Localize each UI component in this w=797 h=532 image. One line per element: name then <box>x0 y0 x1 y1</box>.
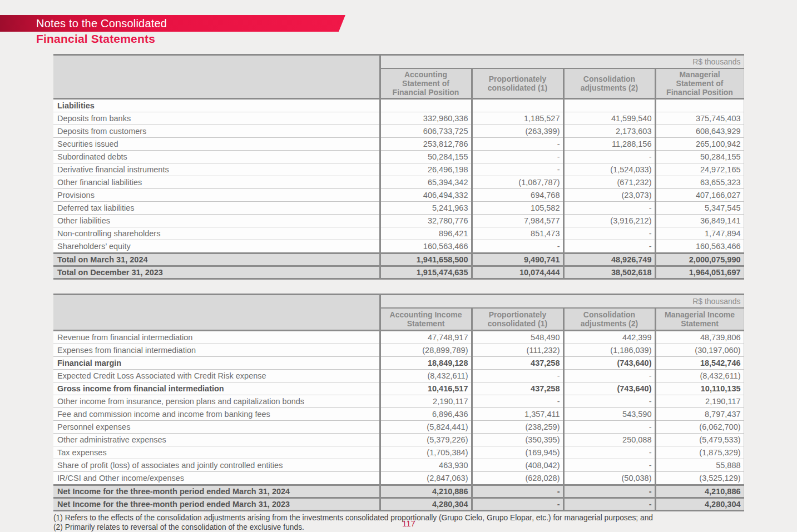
row-label: Deferred tax liabilities <box>53 202 380 215</box>
table-row: Tax expenses(1,705,384)(169,945)-(1,875,… <box>53 446 744 459</box>
financial-position-table: R$ thousandsAccounting Statement of Fina… <box>53 54 744 280</box>
cell-value: - <box>472 370 563 382</box>
table-row: Other income from insurance, pension pla… <box>53 395 744 408</box>
cell-value: 50,284,155 <box>655 151 744 163</box>
total-label: Net Income for the three-month period en… <box>53 498 380 511</box>
cell-value: 105,582 <box>472 202 563 215</box>
cell-value: 543,590 <box>563 408 655 421</box>
row-label: Other income from insurance, pension pla… <box>53 395 380 408</box>
row-label: Non-controlling shareholders <box>53 227 380 240</box>
cell-value: (1,186,039) <box>563 344 655 357</box>
table-row: Deferred tax liabilities5,241,963105,582… <box>53 202 744 215</box>
cell-value <box>380 99 472 112</box>
cell-value: 55,888 <box>655 459 744 472</box>
cell-value: 1,964,051,697 <box>655 266 744 279</box>
cell-value: - <box>563 227 655 240</box>
total-label: Total on March 31, 2024 <box>53 253 380 266</box>
cell-value: (3,916,212) <box>563 215 655 227</box>
table-row: IR/CSI and Other income/expenses(2,847,0… <box>53 472 744 485</box>
cell-value <box>563 99 655 112</box>
cell-value: 896,421 <box>380 227 472 240</box>
cell-value: 50,284,155 <box>380 151 472 163</box>
cell-value: 2,190,117 <box>655 395 744 408</box>
footnotes: (1) Refers to the effects of the consoli… <box>53 514 744 532</box>
cell-value: 332,960,336 <box>380 112 472 125</box>
table-row: Revenue from financial intermediation47,… <box>53 331 744 344</box>
cell-value: 4,210,886 <box>655 485 744 498</box>
unit-label: R$ thousands <box>380 55 744 69</box>
cell-value: - <box>563 421 655 434</box>
cell-value: - <box>472 395 563 408</box>
table-row: Deposits from banks332,960,3361,185,5274… <box>53 112 744 125</box>
footnote-2: (2) Primarily relates to reversal of the… <box>53 523 744 532</box>
table-row: Shareholders’ equity160,563,466--160,563… <box>53 240 744 253</box>
cell-value: (743,640) <box>563 382 655 395</box>
cell-value: (169,945) <box>472 446 563 459</box>
cell-value: - <box>563 202 655 215</box>
cell-value: 694,768 <box>472 189 563 202</box>
cell-value: - <box>472 485 563 498</box>
table-row: Non-controlling shareholders896,421851,4… <box>53 227 744 240</box>
cell-value: (1,875,329) <box>655 446 744 459</box>
unit-label: R$ thousands <box>380 295 744 309</box>
cell-value: 437,258 <box>472 382 563 395</box>
row-label: IR/CSI and Other income/expenses <box>53 472 380 485</box>
corner-cell <box>53 55 380 99</box>
cell-value: - <box>472 151 563 163</box>
total-label: Total on December 31, 2023 <box>53 266 380 279</box>
cell-value: 250,088 <box>563 434 655 446</box>
cell-value: (408,042) <box>472 459 563 472</box>
cell-value: 463,930 <box>380 459 472 472</box>
cell-value: 9,490,741 <box>472 253 563 266</box>
page-title-line2: Financial Statements <box>36 32 155 46</box>
column-header: Managerial Statement of Financial Positi… <box>655 68 744 99</box>
cell-value: 442,399 <box>563 331 655 344</box>
cell-value: 63,655,323 <box>655 176 744 189</box>
table-row: Other financial liabilities65,394,342(1,… <box>53 176 744 189</box>
row-label: Tax expenses <box>53 446 380 459</box>
cell-value: (30,197,060) <box>655 344 744 357</box>
cell-value: (23,073) <box>563 189 655 202</box>
footnote-1: (1) Refers to the effects of the consoli… <box>53 514 744 523</box>
cell-value: 38,502,618 <box>563 266 655 279</box>
cell-value: 253,812,786 <box>380 138 472 151</box>
cell-value: 2,000,075,990 <box>655 253 744 266</box>
section-row: Liabilities <box>53 99 744 112</box>
cell-value: (1,705,384) <box>380 446 472 459</box>
cell-value: 851,473 <box>472 227 563 240</box>
row-label: Gross income from financial intermediati… <box>53 382 380 395</box>
row-label: Derivative financial instruments <box>53 163 380 176</box>
cell-value: 10,416,517 <box>380 382 472 395</box>
cell-value: - <box>563 240 655 253</box>
row-label: Other financial liabilities <box>53 176 380 189</box>
table-row: Financial margin18,849,128437,258(743,64… <box>53 357 744 370</box>
table-row: Other administrative expenses(5,379,226)… <box>53 434 744 446</box>
cell-value: (238,259) <box>472 421 563 434</box>
cell-value: (743,640) <box>563 357 655 370</box>
cell-value: 32,780,776 <box>380 215 472 227</box>
column-header: Consolidation adjustments (2) <box>563 308 655 331</box>
cell-value: 48,926,749 <box>563 253 655 266</box>
cell-value: (111,232) <box>472 344 563 357</box>
cell-value <box>472 99 563 112</box>
page-title-line1: Notes to the Consolidated <box>0 15 345 32</box>
cell-value: (6,062,700) <box>655 421 744 434</box>
cell-value: (8,432,611) <box>655 370 744 382</box>
total-row: Net Income for the three-month period en… <box>53 485 744 498</box>
column-header: Managerial Income Statement <box>655 308 744 331</box>
unit-row: R$ thousands <box>53 295 744 309</box>
table-row: Expected Credit Loss Associated with Cre… <box>53 370 744 382</box>
cell-value: (2,847,063) <box>380 472 472 485</box>
table-row: Deposits from customers606,733,725(263,3… <box>53 125 744 138</box>
cell-value: (628,028) <box>472 472 563 485</box>
row-label: Fee and commission income and income fro… <box>53 408 380 421</box>
row-label: Deposits from banks <box>53 112 380 125</box>
row-label: Share of profit (loss) of associates and… <box>53 459 380 472</box>
cell-value: 437,258 <box>472 357 563 370</box>
cell-value <box>655 99 744 112</box>
table-row: Provisions406,494,332694,768(23,073)407,… <box>53 189 744 202</box>
cell-value: 608,643,929 <box>655 125 744 138</box>
column-header: Accounting Income Statement <box>380 308 472 331</box>
total-row: Total on December 31, 20231,915,474,6351… <box>53 266 744 279</box>
column-header: Consolidation adjustments (2) <box>563 68 655 99</box>
